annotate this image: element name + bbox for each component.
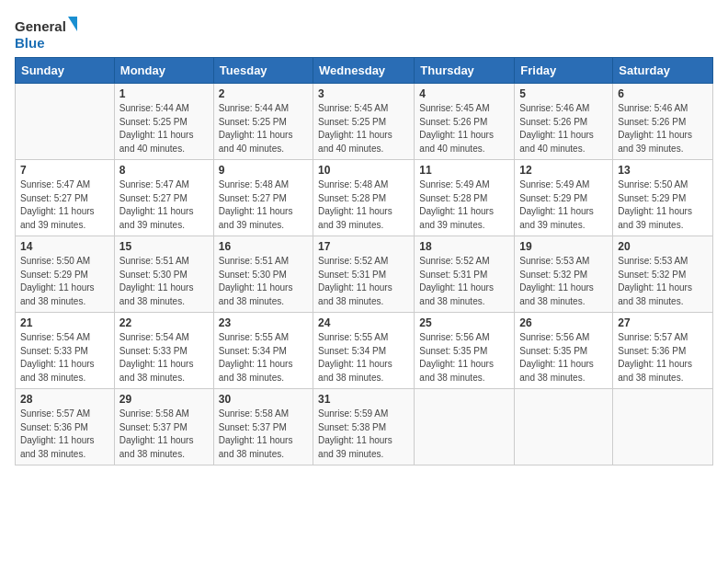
- calendar-cell: [16, 84, 115, 160]
- header-sunday: Sunday: [16, 58, 115, 84]
- day-info: Sunrise: 5:58 AM Sunset: 5:37 PM Dayligh…: [119, 408, 209, 461]
- calendar-week-5: 28Sunrise: 5:57 AM Sunset: 5:36 PM Dayli…: [16, 389, 713, 465]
- calendar-cell: 29Sunrise: 5:58 AM Sunset: 5:37 PM Dayli…: [114, 389, 213, 465]
- day-info: Sunrise: 5:57 AM Sunset: 5:36 PM Dayligh…: [20, 408, 109, 461]
- calendar-week-4: 21Sunrise: 5:54 AM Sunset: 5:33 PM Dayli…: [16, 313, 713, 389]
- calendar-cell: 25Sunrise: 5:56 AM Sunset: 5:35 PM Dayli…: [415, 313, 515, 389]
- day-info: Sunrise: 5:52 AM Sunset: 5:31 PM Dayligh…: [318, 255, 409, 308]
- day-number: 4: [419, 87, 509, 100]
- svg-text:General: General: [15, 18, 66, 34]
- day-number: 28: [20, 393, 109, 406]
- day-number: 31: [318, 393, 409, 406]
- day-info: Sunrise: 5:50 AM Sunset: 5:29 PM Dayligh…: [20, 255, 109, 308]
- calendar-cell: 7Sunrise: 5:47 AM Sunset: 5:27 PM Daylig…: [16, 160, 115, 236]
- day-number: 11: [419, 164, 509, 177]
- day-info: Sunrise: 5:52 AM Sunset: 5:31 PM Dayligh…: [419, 255, 509, 308]
- day-info: Sunrise: 5:45 AM Sunset: 5:25 PM Dayligh…: [318, 102, 409, 155]
- calendar-cell: 9Sunrise: 5:48 AM Sunset: 5:27 PM Daylig…: [213, 160, 313, 236]
- day-number: 19: [519, 240, 608, 253]
- day-info: Sunrise: 5:46 AM Sunset: 5:26 PM Dayligh…: [519, 102, 608, 155]
- calendar-cell: 11Sunrise: 5:49 AM Sunset: 5:28 PM Dayli…: [415, 160, 515, 236]
- day-info: Sunrise: 5:48 AM Sunset: 5:28 PM Dayligh…: [318, 178, 409, 232]
- calendar-cell: 27Sunrise: 5:57 AM Sunset: 5:36 PM Dayli…: [613, 313, 713, 389]
- day-info: Sunrise: 5:57 AM Sunset: 5:36 PM Dayligh…: [618, 331, 708, 385]
- calendar-cell: 19Sunrise: 5:53 AM Sunset: 5:32 PM Dayli…: [515, 236, 613, 313]
- day-number: 18: [419, 240, 509, 253]
- day-number: 1: [119, 87, 209, 100]
- day-number: 15: [119, 240, 209, 253]
- day-number: 13: [618, 164, 708, 177]
- day-number: 21: [20, 316, 109, 329]
- calendar-cell: 17Sunrise: 5:52 AM Sunset: 5:31 PM Dayli…: [313, 236, 415, 313]
- day-number: 22: [119, 316, 209, 329]
- day-number: 23: [219, 316, 308, 329]
- day-info: Sunrise: 5:49 AM Sunset: 5:29 PM Dayligh…: [519, 178, 608, 232]
- calendar-cell: 24Sunrise: 5:55 AM Sunset: 5:34 PM Dayli…: [313, 313, 415, 389]
- day-number: 2: [219, 87, 308, 100]
- calendar-cell: 2Sunrise: 5:44 AM Sunset: 5:25 PM Daylig…: [213, 84, 313, 160]
- calendar-cell: 18Sunrise: 5:52 AM Sunset: 5:31 PM Dayli…: [415, 236, 515, 313]
- day-info: Sunrise: 5:50 AM Sunset: 5:29 PM Dayligh…: [618, 178, 708, 232]
- calendar-cell: [415, 389, 515, 465]
- day-info: Sunrise: 5:55 AM Sunset: 5:34 PM Dayligh…: [318, 331, 409, 385]
- calendar-cell: 6Sunrise: 5:46 AM Sunset: 5:26 PM Daylig…: [613, 84, 713, 160]
- day-number: 17: [318, 240, 409, 253]
- day-number: 5: [519, 87, 608, 100]
- calendar-cell: 13Sunrise: 5:50 AM Sunset: 5:29 PM Dayli…: [613, 160, 713, 236]
- day-number: 25: [419, 316, 509, 329]
- calendar-cell: 3Sunrise: 5:45 AM Sunset: 5:25 PM Daylig…: [313, 84, 415, 160]
- day-info: Sunrise: 5:51 AM Sunset: 5:30 PM Dayligh…: [219, 255, 308, 308]
- calendar-cell: 4Sunrise: 5:45 AM Sunset: 5:26 PM Daylig…: [415, 84, 515, 160]
- day-info: Sunrise: 5:47 AM Sunset: 5:27 PM Dayligh…: [119, 178, 209, 232]
- day-number: 7: [20, 164, 109, 177]
- calendar-cell: 30Sunrise: 5:58 AM Sunset: 5:37 PM Dayli…: [213, 389, 313, 465]
- day-number: 6: [618, 87, 708, 100]
- day-info: Sunrise: 5:59 AM Sunset: 5:38 PM Dayligh…: [318, 408, 409, 461]
- day-number: 14: [20, 240, 109, 253]
- day-number: 12: [519, 164, 608, 177]
- calendar-cell: 5Sunrise: 5:46 AM Sunset: 5:26 PM Daylig…: [515, 84, 613, 160]
- day-number: 29: [119, 393, 209, 406]
- header-wednesday: Wednesday: [313, 58, 415, 84]
- calendar-cell: 8Sunrise: 5:47 AM Sunset: 5:27 PM Daylig…: [114, 160, 213, 236]
- calendar-cell: 22Sunrise: 5:54 AM Sunset: 5:33 PM Dayli…: [114, 313, 213, 389]
- day-info: Sunrise: 5:53 AM Sunset: 5:32 PM Dayligh…: [519, 255, 608, 308]
- day-info: Sunrise: 5:54 AM Sunset: 5:33 PM Dayligh…: [119, 331, 209, 385]
- day-number: 20: [618, 240, 708, 253]
- day-info: Sunrise: 5:45 AM Sunset: 5:26 PM Dayligh…: [419, 102, 509, 155]
- header-tuesday: Tuesday: [213, 58, 313, 84]
- day-info: Sunrise: 5:44 AM Sunset: 5:25 PM Dayligh…: [119, 102, 209, 155]
- calendar-cell: [613, 389, 713, 465]
- calendar-cell: 16Sunrise: 5:51 AM Sunset: 5:30 PM Dayli…: [213, 236, 313, 313]
- logo-svg: General Blue: [15, 15, 79, 53]
- svg-marker-2: [68, 17, 77, 31]
- calendar-cell: 10Sunrise: 5:48 AM Sunset: 5:28 PM Dayli…: [313, 160, 415, 236]
- calendar-cell: 31Sunrise: 5:59 AM Sunset: 5:38 PM Dayli…: [313, 389, 415, 465]
- calendar-cell: 21Sunrise: 5:54 AM Sunset: 5:33 PM Dayli…: [16, 313, 115, 389]
- day-number: 27: [618, 316, 708, 329]
- calendar-cell: 12Sunrise: 5:49 AM Sunset: 5:29 PM Dayli…: [515, 160, 613, 236]
- calendar-week-1: 1Sunrise: 5:44 AM Sunset: 5:25 PM Daylig…: [16, 84, 713, 160]
- calendar-table: SundayMondayTuesdayWednesdayThursdayFrid…: [15, 57, 713, 465]
- day-info: Sunrise: 5:49 AM Sunset: 5:28 PM Dayligh…: [419, 178, 509, 232]
- day-number: 16: [219, 240, 308, 253]
- header-monday: Monday: [114, 58, 213, 84]
- calendar-cell: [515, 389, 613, 465]
- calendar-week-3: 14Sunrise: 5:50 AM Sunset: 5:29 PM Dayli…: [16, 236, 713, 313]
- day-info: Sunrise: 5:53 AM Sunset: 5:32 PM Dayligh…: [618, 255, 708, 308]
- logo: General Blue: [15, 15, 79, 53]
- calendar-cell: 26Sunrise: 5:56 AM Sunset: 5:35 PM Dayli…: [515, 313, 613, 389]
- day-number: 24: [318, 316, 409, 329]
- calendar-cell: 15Sunrise: 5:51 AM Sunset: 5:30 PM Dayli…: [114, 236, 213, 313]
- day-number: 3: [318, 87, 409, 100]
- calendar-cell: 1Sunrise: 5:44 AM Sunset: 5:25 PM Daylig…: [114, 84, 213, 160]
- day-info: Sunrise: 5:54 AM Sunset: 5:33 PM Dayligh…: [20, 331, 109, 385]
- calendar-cell: 23Sunrise: 5:55 AM Sunset: 5:34 PM Dayli…: [213, 313, 313, 389]
- day-info: Sunrise: 5:46 AM Sunset: 5:26 PM Dayligh…: [618, 102, 708, 155]
- calendar-cell: 20Sunrise: 5:53 AM Sunset: 5:32 PM Dayli…: [613, 236, 713, 313]
- calendar-week-2: 7Sunrise: 5:47 AM Sunset: 5:27 PM Daylig…: [16, 160, 713, 236]
- calendar-cell: 14Sunrise: 5:50 AM Sunset: 5:29 PM Dayli…: [16, 236, 115, 313]
- day-info: Sunrise: 5:56 AM Sunset: 5:35 PM Dayligh…: [419, 331, 509, 385]
- day-info: Sunrise: 5:58 AM Sunset: 5:37 PM Dayligh…: [219, 408, 308, 461]
- day-number: 8: [119, 164, 209, 177]
